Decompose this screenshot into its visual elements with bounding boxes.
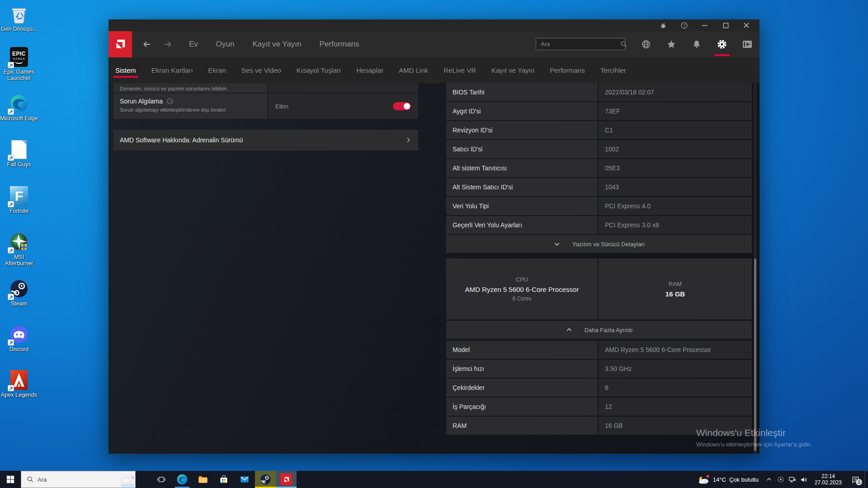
- recycle-bin-icon: [9, 4, 29, 24]
- desktop-icon-fall-guys[interactable]: Fall Guys: [0, 139, 38, 168]
- shortcut-arrow-icon: [8, 62, 14, 68]
- epic-text-games: GAMES: [13, 57, 25, 60]
- table-row: Alt Sistem Satıcı ID'si 1043: [446, 178, 752, 196]
- row-label: Alt Sistem Satıcı ID'si: [446, 178, 598, 196]
- shortcut-arrow-icon: [8, 201, 14, 207]
- collapse-panel-icon[interactable]: [741, 38, 753, 50]
- taskbar-store-button[interactable]: [213, 471, 234, 488]
- tab-ekran-kartlari[interactable]: Ekran Kartları: [151, 58, 194, 82]
- table-row: Geçerli Veri Yolu Ayarları PCI Express 3…: [446, 216, 752, 234]
- row-value: 73EF: [599, 102, 752, 120]
- bug-report-button[interactable]: [653, 19, 674, 31]
- tray-status-icon[interactable]: [775, 471, 787, 488]
- network-icon[interactable]: [787, 471, 798, 488]
- desktop-icon-epic-games[interactable]: EPIC GAMES Epic Games Launcher: [0, 47, 38, 81]
- forward-button[interactable]: [163, 39, 173, 49]
- about-amd-software-row[interactable]: AMD Software Hakkında: Adrenalin Sürümü: [113, 130, 418, 150]
- taskbar-edge-button[interactable]: [172, 471, 193, 488]
- chevron-down-icon: [553, 240, 561, 248]
- back-button[interactable]: [142, 39, 152, 49]
- issue-detection-toggle[interactable]: [393, 102, 411, 110]
- taskbar-file-explorer-button[interactable]: [193, 471, 213, 488]
- nav-gaming[interactable]: Oyun: [216, 40, 235, 49]
- nav-performance[interactable]: Performans: [320, 40, 359, 49]
- amd-logo[interactable]: [108, 31, 132, 57]
- tab-kayit-ve-yayin[interactable]: Kayıt ve Yayın: [491, 58, 535, 82]
- desktop-icon-label: MSI Afterburner: [0, 254, 38, 267]
- scrollbar-thumb[interactable]: [754, 258, 756, 451]
- issue-detection-status: Etkin: [275, 103, 393, 110]
- desktop-icon-recycle-bin[interactable]: Geri Dönüşü...: [0, 4, 38, 32]
- tab-relive-vr[interactable]: ReLive VR: [443, 58, 477, 82]
- bell-icon[interactable]: [691, 38, 703, 50]
- desktop-icon-fortnite[interactable]: F Fortnite: [0, 186, 38, 214]
- desktop-icon-discord[interactable]: Discord: [0, 324, 38, 352]
- msi-afterburner-icon: [9, 232, 29, 253]
- row-label: Geçerli Veri Yolu Ayarları: [446, 216, 598, 234]
- tab-tercihler[interactable]: Tercihler: [599, 58, 627, 82]
- taskbar-mail-button[interactable]: [234, 471, 255, 488]
- table-row: RAM 16 GB: [446, 417, 752, 435]
- tab-ekran[interactable]: Ekran: [208, 58, 227, 82]
- start-button[interactable]: [0, 471, 21, 488]
- issue-detection-row: Sorun Algılama ? Sorun algılamayı etkinl…: [113, 94, 418, 119]
- desktop-icon-msi-afterburner[interactable]: MSI Afterburner: [0, 232, 38, 267]
- table-row: Model AMD Ryzen 5 5600 6-Core Processor: [446, 341, 752, 359]
- shortcut-arrow-icon: [8, 247, 14, 253]
- desktop-icon-label: Discord: [0, 346, 38, 352]
- minimize-button[interactable]: [694, 19, 715, 31]
- fortnite-icon: F: [9, 186, 29, 206]
- search-highlight-image[interactable]: [117, 471, 138, 488]
- nav-record-stream[interactable]: Kayıt ve Yayın: [252, 40, 301, 49]
- system-tray: 14°C Çok bulutlu 22:14 27.02.2023: [693, 471, 868, 488]
- scrollbar-track[interactable]: [754, 83, 757, 454]
- issue-detection-title: Sorun Algılama: [120, 98, 163, 105]
- more-details-expander[interactable]: Daha Fazla Ayrıntı: [446, 321, 752, 339]
- desktop-icon-label: Geri Dönüşü...: [0, 26, 38, 32]
- task-view-button[interactable]: [151, 471, 172, 488]
- star-icon[interactable]: [665, 38, 677, 50]
- volume-icon[interactable]: [798, 471, 810, 488]
- close-button[interactable]: [736, 19, 757, 31]
- tab-amd-link[interactable]: AMD Link: [398, 58, 429, 82]
- ram-card: RAM 16 GB: [599, 258, 752, 319]
- tab-ses-ve-video[interactable]: Ses ve Video: [241, 58, 282, 82]
- header-search-box[interactable]: [536, 38, 625, 50]
- desktop-icon-microsoft-edge[interactable]: Microsoft Edge: [0, 93, 38, 122]
- tab-performans[interactable]: Performans: [549, 58, 586, 82]
- taskbar-clock[interactable]: 22:14 27.02.2023: [810, 473, 846, 486]
- taskbar-weather-widget[interactable]: 14°C Çok bulutlu: [693, 474, 763, 486]
- help-circle-icon[interactable]: ?: [166, 98, 174, 105]
- tray-overflow-chevron-icon[interactable]: [763, 471, 775, 488]
- software-driver-details-expander[interactable]: Yazılım ve Sürücü Detayları: [446, 235, 752, 253]
- hardware-details-panel: BIOS Tarihi 2022/03/18 02:07 Aygıt ID'si…: [446, 83, 752, 436]
- action-center-button[interactable]: 3: [846, 471, 864, 488]
- taskbar-steam-button[interactable]: [255, 471, 276, 488]
- settings-gear-icon[interactable]: [716, 38, 728, 50]
- desktop-icon-label: Microsoft Edge: [0, 115, 38, 122]
- amd-software-window: ? Ev Oyun Kay: [108, 19, 760, 454]
- tab-kisayol-tuslari[interactable]: Kısayol Tuşları: [296, 58, 342, 82]
- desktop-icon-apex-legends[interactable]: Apex Legends: [0, 370, 38, 398]
- globe-icon[interactable]: [640, 38, 652, 50]
- maximize-button[interactable]: [715, 19, 736, 31]
- row-label: RAM: [446, 417, 598, 435]
- table-row: İş Parçacığı 12: [446, 398, 752, 416]
- desktop-icon-steam[interactable]: Steam: [0, 278, 38, 307]
- tab-sistem[interactable]: Sistem: [114, 58, 137, 82]
- taskbar-search-box[interactable]: [21, 471, 136, 488]
- chevron-right-icon: [405, 136, 412, 144]
- nav-home[interactable]: Ev: [189, 40, 198, 49]
- taskbar-search-input[interactable]: [34, 476, 117, 483]
- expander-label: Daha Fazla Ayrıntı: [585, 327, 633, 333]
- row-value: PCI Express 4.0: [599, 197, 752, 215]
- taskbar-amd-software-button[interactable]: [276, 471, 297, 488]
- help-button[interactable]: ?: [674, 19, 694, 31]
- row-value: 05E3: [599, 159, 752, 177]
- show-desktop-button[interactable]: [864, 471, 868, 488]
- left-settings-panel: Donanım, sürücü ve yazılım sorunlarını b…: [113, 83, 418, 150]
- system-page-content: Donanım, sürücü ve yazılım sorunlarını b…: [108, 83, 760, 454]
- tab-hesaplar[interactable]: Hesaplar: [355, 58, 384, 82]
- header-search-input[interactable]: [536, 41, 620, 47]
- weather-condition: Çok bulutlu: [729, 476, 759, 483]
